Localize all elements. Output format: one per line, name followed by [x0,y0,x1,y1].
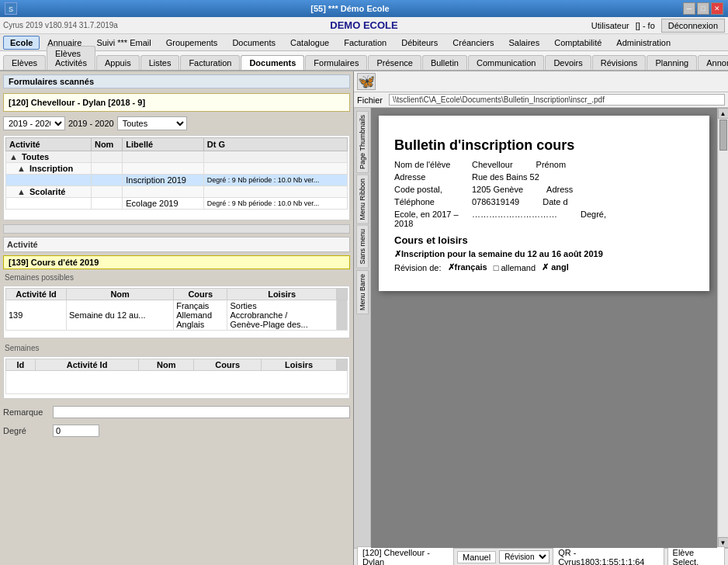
pdf-adresse-value: Rue des Bains 52 [472,172,539,182]
nav-catalogue[interactable]: Catalogue [283,36,336,50]
nav-suivi[interactable]: Suivi *** Email [89,36,158,50]
menu-bar-left: Cyrus 2019 v180.914 31.7.2019a [3,21,124,29]
col-nom-s2: Nom [139,359,194,371]
main-content: Formulaires scannés [120] Chevellour - D… [0,71,728,565]
title-bar: S [55] *** Démo Ecole ─ □ ✕ [0,0,728,17]
pdf-ecole-label: Ecole, en 2017 – 2018 [394,210,464,228]
nav-creanciers[interactable]: Créanciers [445,36,501,50]
pdf-viewer-container: Page Thumbnails Menu Ribbon Sans menu Me… [354,108,728,548]
pdf-heading: Bulletin d'inscription cours [394,137,694,154]
activite-title: Activité [7,239,346,250]
pdf-revision-row: Révision de: ✗français □ allemand ✗ angl [394,262,694,272]
pdf-tel-label: Téléphone [394,197,464,206]
maximize-button[interactable]: □ [697,2,709,15]
col-dtg: Dt G [203,138,347,151]
tab-annonces[interactable]: Annonces [698,55,728,70]
nav-salaires[interactable]: Salaires [501,36,546,50]
expand-arrow: ▲ [17,187,26,196]
fichier-label: Fichier [357,95,383,105]
remarque-input[interactable] [53,406,350,418]
semaines-section: Id Activité Id Nom Cours Loisirs [3,356,350,399]
pdf-revision-label: Révision de: [394,263,442,272]
tab-appuis[interactable]: Appuis [96,55,140,70]
tab-planning[interactable]: Planning [647,55,697,70]
status-eleve-select[interactable]: Elève Select. [667,546,725,566]
nav-documents[interactable]: Documents [225,36,283,50]
side-tab-menu-ribbon[interactable]: Menu Ribbon [356,175,369,224]
pdf-scroll-up[interactable]: ▲ [718,108,729,119]
horizontal-scrollbar[interactable] [3,224,350,234]
semaines-label: Semaines [3,343,350,353]
close-button[interactable]: ✕ [711,2,723,15]
remarque-row: Remarque [3,404,350,420]
tab-listes[interactable]: Listes [140,55,180,70]
nav-comptabilite[interactable]: Comptabilité [547,36,608,50]
status-bar: [120] Chevellour - Dylan Manuel Révision… [354,548,728,565]
degre-input[interactable] [53,425,99,437]
tab-bar: Elèves Elèves Activités Appuis Listes Fa… [0,51,728,71]
side-tab-menu-barre[interactable]: Menu Barre [356,270,369,314]
pdf-ecole-row: Ecole, en 2017 – 2018 ………………………… Degré, [394,210,694,228]
table-row [6,371,348,394]
side-tab-sans-menu[interactable]: Sans menu [356,225,369,269]
disconnect-button[interactable]: Déconnexion [661,19,725,33]
semaines-possibles-section: Activité Id Nom Cours Loisirs 139 Semain… [3,286,350,338]
col-cours: Cours [174,289,227,300]
semaines-possibles-label: Semaines possibles [3,272,350,282]
degre-row: Degré [3,423,350,438]
tab-bulletin[interactable]: Bulletin [422,55,467,70]
cours-ete-box: [139] Cours d'été 2019 [3,255,350,269]
student-box: [120] Chevellour - Dylan [2018 - 9] [3,93,350,112]
semaines-possibles-table: Activité Id Nom Cours Loisirs 139 Semain… [5,288,348,331]
year-select[interactable]: 2019 - 2020 2018 - 2019 2017 - 2018 [3,116,65,130]
cours-ete-label: [139] Cours d'été 2019 [9,258,99,267]
pdf-cp-value: 1205 Genève [472,185,523,194]
nav-groupements[interactable]: Groupements [159,36,225,50]
window-controls: ─ □ ✕ [683,2,723,15]
left-panel: Formulaires scannés [120] Chevellour - D… [0,71,353,565]
pdf-ecole-dots: ………………………… [472,210,557,228]
pdf-inscription-label: ✗Inscription pour la semaine du 12 au 16… [394,249,603,259]
nav-debiteurs[interactable]: Débiteurs [394,36,445,50]
pdf-adresse-row: Adresse Rue des Bains 52 [394,172,694,182]
pdf-icon-button[interactable]: 🦋 [357,73,376,90]
nav-administration[interactable]: Administration [609,36,678,50]
pdf-scrollbar[interactable]: ▲ ▼ [717,108,728,548]
pdf-scroll-track[interactable] [719,119,728,537]
pdf-scroll-thumb[interactable] [719,120,727,151]
col-loisirs-s: Loisirs [262,359,337,371]
pdf-tel-value: 0786319149 [472,197,519,206]
table-row[interactable]: ▲ Inscription [6,163,348,175]
status-student: [120] Chevellour - Dylan [357,546,454,566]
nav-facturation[interactable]: Facturation [337,36,393,50]
tab-documents[interactable]: Documents [241,55,304,70]
pdf-cours-loisirs-title: Cours et loisirs [394,234,694,246]
tab-eleves-activites[interactable]: Elèves Activités [47,46,95,70]
table-row[interactable]: Ecolage 2019 Degré : 9 Nb période : 10.0… [6,198,348,210]
side-tab-thumbnails[interactable]: Page Thumbnails [356,111,369,173]
table-row[interactable]: Inscription 2019 Degré : 9 Nb période : … [6,175,348,186]
pdf-nom-value: Chevellour [472,160,513,169]
table-row[interactable]: ▲ Scolarité [6,186,348,198]
filter-select[interactable]: Toutes Inscriptions Scolarité [117,116,187,130]
table-row[interactable]: ▲ Toutes [6,151,348,163]
tab-communication[interactable]: Communication [468,55,544,70]
pdf-degre-label: Degré, [581,210,606,228]
nav-ecole[interactable]: Ecole [3,36,40,50]
tab-formulaires[interactable]: Formulaires [305,55,367,70]
tab-eleves[interactable]: Elèves [3,55,46,70]
tab-facturation[interactable]: Facturation [180,55,240,70]
tab-revisions[interactable]: Révisions [592,55,647,70]
pdf-nom-label: Nom de l'élève [394,160,464,169]
tab-presence[interactable]: Présence [368,55,421,70]
col-act-id-s: Activité Id [35,359,139,371]
pdf-date-label: Date d [543,197,567,206]
col-nom: Nom [91,138,122,151]
pdf-path-toolbar: Fichier \\tsclient\C\A_Ecole\Documents\B… [354,92,728,108]
status-revision-select[interactable]: Révision Option 2 [499,550,549,563]
pdf-content: Bulletin d'inscription cours Nom de l'él… [371,108,717,548]
table-row[interactable]: 139 Semaine du 12 au... FrançaisAllemand… [6,300,348,331]
minimize-button[interactable]: ─ [683,2,695,15]
remarque-label: Remarque [3,407,50,417]
tab-devoirs[interactable]: Devoirs [545,55,591,70]
